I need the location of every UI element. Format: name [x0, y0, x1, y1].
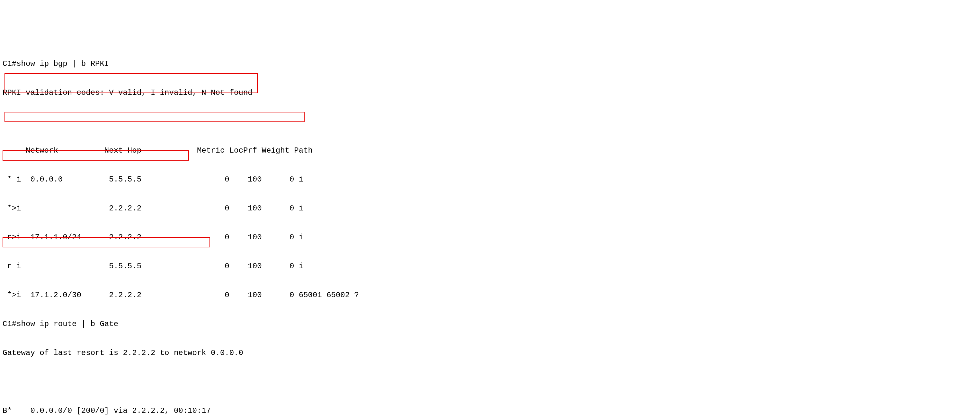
- route-row: B* 0.0.0.0/0 [200/0] via 2.2.2.2, 00:10:…: [3, 406, 977, 416]
- command-text: show ip bgp | b RPKI: [16, 59, 109, 68]
- bgp-row: * i 0.0.0.0 5.5.5.5 0 100 0 i: [3, 175, 977, 185]
- blank-line: [3, 117, 977, 127]
- command-line-2: C1#show ip route | b Gate: [3, 319, 977, 329]
- bgp-row: *>i 17.1.2.0/30 2.2.2.2 0 100 0 65001 65…: [3, 290, 977, 300]
- rpki-legend: RPKI validation codes: V valid, I invali…: [3, 88, 977, 98]
- bgp-row: r i 5.5.5.5 0 100 0 i: [3, 261, 977, 271]
- bgp-row: r>i 17.1.1.0/24 2.2.2.2 0 100 0 i: [3, 232, 977, 242]
- gateway-line: Gateway of last resort is 2.2.2.2 to net…: [3, 348, 977, 358]
- prompt: C1#: [3, 59, 16, 68]
- bgp-header: Network Next Hop Metric LocPrf Weight Pa…: [3, 146, 977, 156]
- bgp-row: *>i 2.2.2.2 0 100 0 i: [3, 204, 977, 213]
- prompt: C1#: [3, 320, 16, 328]
- command-line-1: C1#show ip bgp | b RPKI: [3, 59, 977, 69]
- terminal-output[interactable]: C1#show ip bgp | b RPKI RPKI validation …: [3, 40, 977, 417]
- command-text: show ip route | b Gate: [16, 320, 118, 328]
- blank-line: [3, 377, 977, 387]
